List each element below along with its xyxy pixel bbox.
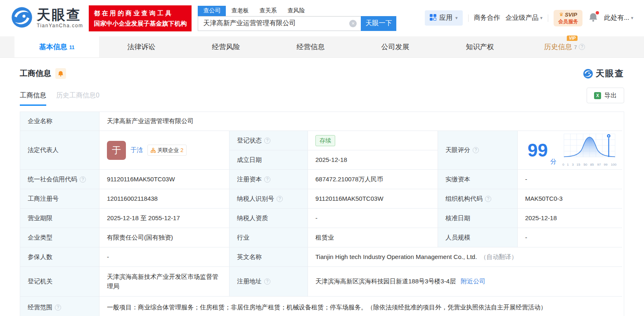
tab-company-development[interactable]: 公司发展 — [353, 36, 438, 57]
legal-rep-avatar[interactable]: 于 — [107, 141, 126, 160]
english-name-label: 英文名称 — [230, 247, 308, 267]
scope-label: 经营范围? — [20, 297, 99, 316]
chevron-down-icon: ▾ — [540, 15, 543, 21]
scope-value: 一般项目：商业综合体管理服务；住房租赁；非居住房地产租赁；机械设备租赁；停车场服… — [99, 297, 622, 316]
related-companies-badge[interactable]: 关联企业 2 — [147, 145, 187, 156]
tab-history-info[interactable]: VIP 历史信息 7 ? — [522, 36, 607, 57]
slogan-line1: 都 在 用 的 商 业 查 询 工 具 — [94, 8, 187, 19]
subtab-history-business-info[interactable]: 历史工商信息0 — [56, 91, 99, 106]
notification-dot — [596, 11, 599, 14]
company-type-value: 有限责任公司(国有独资) — [99, 228, 230, 247]
brand-slogan-badge: 都 在 用 的 商 业 查 询 工 具 国家中小企业发展子基金旗下机构 — [89, 5, 192, 31]
watermark-logo-icon — [583, 69, 593, 79]
help-icon[interactable]: ? — [264, 278, 270, 285]
logo-cn-text: 天眼查 — [37, 8, 83, 21]
score-axis-ticks: 01 315 5085 9799 100 — [562, 162, 617, 168]
search-button[interactable]: 天眼一下 — [361, 16, 396, 31]
section-title: 工商信息 — [20, 68, 51, 79]
industry-value: 租赁业 — [308, 228, 438, 247]
vip-badge: VIP — [567, 36, 578, 41]
user-menu[interactable]: 此处有... ▾ — [604, 14, 633, 22]
help-icon[interactable]: ? — [579, 44, 585, 50]
org-chart-icon — [151, 148, 156, 153]
reg-capital-label: 注册资本? — [230, 170, 308, 189]
chevron-down-icon: ▾ — [631, 15, 633, 21]
auto-translate-note: （自动翻译） — [480, 252, 517, 262]
divider — [548, 14, 548, 22]
watermark-text: 天眼查 — [596, 68, 624, 79]
divider — [468, 14, 469, 22]
business-cooperation-link[interactable]: 商务合作 — [474, 14, 500, 22]
apps-grid-icon — [430, 14, 436, 22]
tab-basic-info[interactable]: 基本信息 11 — [14, 36, 99, 57]
reg-no-label: 工商注册号 — [20, 189, 99, 209]
status-badge: 存续 — [315, 135, 335, 146]
search-input[interactable] — [198, 16, 361, 31]
enterprise-products-label: 企业级产品 — [506, 14, 539, 22]
business-info-section: 工商信息 天眼查 工商信息 历史工商信息0 X 导出 企业名称 — [0, 68, 644, 316]
help-icon[interactable]: ? — [80, 176, 86, 183]
staff-size-label: 人员规模 — [438, 228, 518, 247]
legal-rep-cell: 于 于浛 关联企业 2 — [99, 131, 230, 170]
tab-legal-proceedings[interactable]: 法律诉讼 — [99, 36, 184, 57]
search-tab-relation[interactable]: 查关系 — [254, 6, 282, 16]
tab-intellectual-property[interactable]: 知识产权 — [438, 36, 522, 57]
taxpayer-no-value: 91120116MAK50TC03W — [308, 189, 438, 209]
nearby-companies-link[interactable]: 附近公司 — [461, 277, 485, 286]
apps-label: 应用 — [439, 14, 452, 22]
company-name-label: 企业名称 — [20, 112, 99, 131]
tab-basic-count: 11 — [69, 45, 75, 50]
clear-search-icon[interactable]: × — [349, 20, 357, 27]
approval-date-value: 2025-12-18 — [518, 209, 622, 228]
reg-no-value: 120116002118438 — [99, 189, 230, 209]
industry-label: 行业 — [230, 228, 308, 247]
tab-operating-info[interactable]: 经营信息 — [268, 36, 353, 57]
notification-bell-icon[interactable] — [589, 12, 598, 24]
reg-authority-value: 天津滨海高新技术产业开发区市场监督管理局 — [99, 267, 230, 297]
reg-status-value: 存续 — [308, 131, 438, 150]
subtab-business-info[interactable]: 工商信息 — [20, 91, 46, 106]
term-label: 营业期限 — [20, 209, 99, 228]
tianyancha-logo[interactable]: 天眼查 TianYanCha.com — [11, 6, 83, 30]
enterprise-products-menu[interactable]: 企业级产品 ▾ — [506, 14, 543, 22]
insured-label: 参保人数 — [20, 247, 99, 267]
help-icon[interactable]: ? — [277, 196, 283, 202]
export-button[interactable]: X 导出 — [587, 88, 624, 103]
taxpayer-qualif-value: - — [308, 209, 438, 228]
apps-menu[interactable]: 应用 ▾ — [425, 10, 463, 26]
search-tab-boss[interactable]: 查老板 — [226, 6, 254, 16]
credit-code-value: 91120116MAK50TC03W — [99, 170, 230, 189]
score-unit: 分 — [550, 157, 556, 166]
help-icon[interactable]: ? — [264, 176, 270, 183]
export-label: 导出 — [604, 92, 617, 100]
help-icon[interactable]: ? — [55, 304, 61, 311]
svip-label: SVIP — [565, 12, 577, 19]
staff-size-value: - — [518, 228, 622, 247]
paid-capital-label: 实缴资本 — [438, 170, 518, 189]
top-header: 天眼查 TianYanCha.com 都 在 用 的 商 业 查 询 工 具 国… — [0, 0, 644, 36]
search-tab-company[interactable]: 查公司 — [198, 6, 226, 16]
tab-operation-label: 经营信息 — [297, 42, 325, 52]
tab-risk-label: 经营风险 — [212, 42, 240, 52]
business-cooperation-label: 商务合作 — [474, 14, 500, 22]
term-value: 2025-12-18 至 2055-12-17 — [99, 209, 230, 228]
svip-service-label: 会员服务 — [558, 19, 578, 25]
help-icon[interactable]: ? — [473, 147, 479, 153]
search-tab-risk[interactable]: 查风险 — [282, 6, 310, 16]
legal-rep-name-link[interactable]: 于浛 — [130, 145, 143, 155]
address-value: 天津滨海高新区滨海科技园日新道188号3号楼3-4层 附近公司 — [308, 267, 622, 297]
company-nav-tabbar: 基本信息 11 法律诉讼 经营风险 经营信息 公司发展 知识产权 VIP 历史信… — [0, 36, 644, 58]
chevron-down-icon: ▾ — [455, 15, 458, 21]
tab-development-label: 公司发展 — [381, 42, 410, 52]
tab-basic-label: 基本信息 — [39, 42, 67, 52]
help-icon[interactable]: ? — [485, 196, 491, 202]
monitor-bell-icon[interactable] — [55, 68, 66, 79]
tab-operating-risk[interactable]: 经营风险 — [184, 36, 268, 57]
header-right-nav: 应用 ▾ 商务合作 企业级产品 ▾ ♛ SVIP 会员服务 此处有.. — [425, 10, 633, 26]
org-code-label: 组织机构代码? — [438, 189, 518, 209]
insured-value: - — [99, 247, 230, 267]
score-distribution-chart: 01 315 5085 9799 100 — [562, 133, 617, 167]
help-icon[interactable]: ? — [264, 138, 270, 144]
svip-member-service[interactable]: ♛ SVIP 会员服务 — [554, 10, 582, 26]
tab-history-count: 7 — [574, 45, 577, 50]
